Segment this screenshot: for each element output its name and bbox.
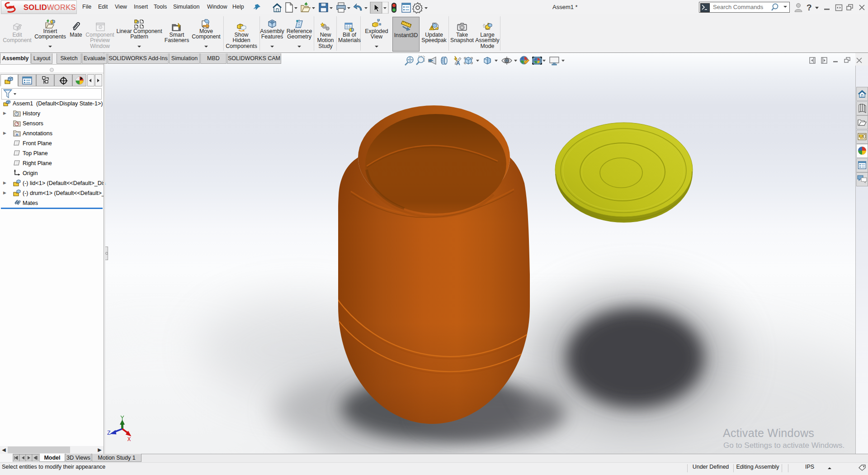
svg-text:A: A	[16, 133, 19, 137]
svg-text:Z: Z	[107, 430, 111, 437]
svg-text:X: X	[127, 437, 131, 443]
svg-text:?: ?	[807, 3, 812, 12]
svg-text:A: A	[456, 60, 460, 66]
svg-text:!: !	[431, 26, 433, 30]
